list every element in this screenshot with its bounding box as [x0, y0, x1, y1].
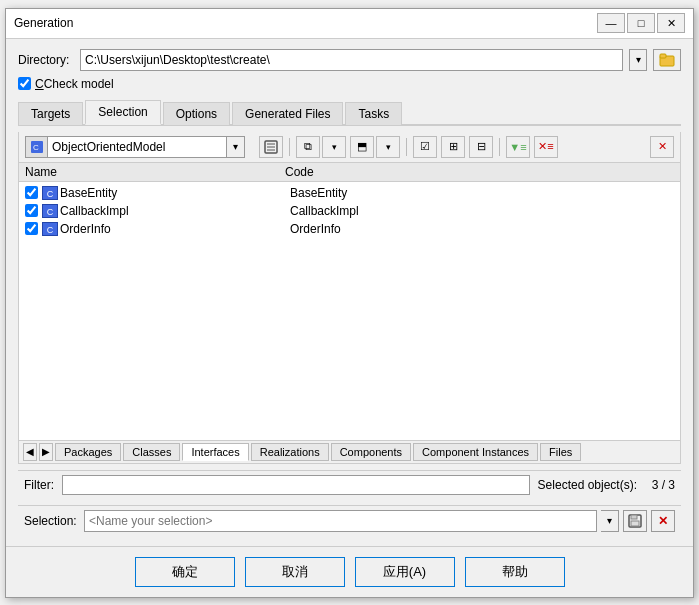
tab-targets[interactable]: Targets: [18, 102, 83, 125]
item-name-1: CallbackImpl: [60, 204, 290, 218]
window-body: Directory: ▾ CCheck model Targets Select…: [6, 39, 693, 546]
selection-row: Selection: ▾ ✕: [18, 505, 681, 536]
tab-tasks[interactable]: Tasks: [345, 102, 402, 125]
filter-input[interactable]: [62, 475, 530, 495]
maximize-button[interactable]: □: [627, 13, 655, 33]
bottom-buttons: 确定 取消 应用(A) 帮助: [6, 546, 693, 597]
item-checkbox-1[interactable]: [25, 204, 38, 217]
toolbar-right-action[interactable]: ✕: [650, 136, 674, 158]
bottom-tab-classes[interactable]: Classes: [123, 443, 180, 461]
list-items: C BaseEntity BaseEntity C CallbackImpl C…: [19, 182, 680, 440]
close-button[interactable]: ✕: [657, 13, 685, 33]
model-select-dropdown[interactable]: ▾: [227, 136, 245, 158]
bottom-tab-component-instances[interactable]: Component Instances: [413, 443, 538, 461]
bottom-tab-files[interactable]: Files: [540, 443, 581, 461]
item-checkbox-0[interactable]: [25, 186, 38, 199]
selection-label: Selection:: [24, 514, 80, 528]
toolbar-group-copy: ⧉ ▾: [296, 136, 346, 158]
svg-text:C: C: [33, 143, 39, 152]
toolbar-sep-1: [289, 138, 290, 156]
bottom-tab-components[interactable]: Components: [331, 443, 411, 461]
toolbar-copy-button[interactable]: ⧉: [296, 136, 320, 158]
toolbar-collapse[interactable]: ⊟: [469, 136, 493, 158]
model-toolbar: C ▾ ⧉: [19, 132, 680, 163]
filter-row: Filter: Selected object(s): 3 / 3: [18, 470, 681, 499]
class-icon-2: C: [42, 222, 58, 236]
selection-save-button[interactable]: [623, 510, 647, 532]
check-model-label: CCheck model: [35, 77, 114, 91]
title-bar: Generation — □ ✕: [6, 9, 693, 39]
item-name-0: BaseEntity: [60, 186, 290, 200]
help-button[interactable]: 帮助: [465, 557, 565, 587]
item-code-2: OrderInfo: [290, 222, 674, 236]
directory-input[interactable]: [80, 49, 623, 71]
tab-generated-files[interactable]: Generated Files: [232, 102, 343, 125]
item-code-0: BaseEntity: [290, 186, 674, 200]
generation-dialog: Generation — □ ✕ Directory: ▾ CCheck mod…: [5, 8, 694, 598]
toolbar-sep-3: [499, 138, 500, 156]
selected-count: 3 / 3: [645, 478, 675, 492]
directory-dropdown-arrow[interactable]: ▾: [629, 49, 647, 71]
model-icon: C: [25, 136, 47, 158]
toolbar-expand[interactable]: ⊞: [441, 136, 465, 158]
svg-rect-10: [631, 521, 639, 526]
list-header-code: Code: [285, 165, 674, 179]
toolbar-group-paste: ⬒ ▾: [350, 136, 400, 158]
bottom-tabs-bar: ◀ ▶ Packages Classes Interfaces Realizat…: [19, 440, 680, 463]
model-select-wrap: C ▾: [25, 136, 245, 158]
list-header-name: Name: [25, 165, 285, 179]
class-icon-1: C: [42, 204, 58, 218]
toolbar-filter[interactable]: ▼≡: [506, 136, 530, 158]
toolbar-uncheck[interactable]: ✕≡: [534, 136, 558, 158]
bottom-tab-realizations[interactable]: Realizations: [251, 443, 329, 461]
class-icon-0: C: [42, 186, 58, 200]
item-name-2: OrderInfo: [60, 222, 290, 236]
check-model-checkbox[interactable]: [18, 77, 31, 90]
toolbar-dropdown-btn[interactable]: ▾: [322, 136, 346, 158]
check-model-row: CCheck model: [18, 77, 681, 91]
filter-label: Filter:: [24, 478, 54, 492]
tab-selection[interactable]: Selection: [85, 100, 160, 125]
list-header: Name Code: [19, 163, 680, 182]
list-item[interactable]: C CallbackImpl CallbackImpl: [19, 202, 680, 220]
selected-label: Selected object(s):: [538, 478, 637, 492]
toolbar-btn-properties[interactable]: [259, 136, 283, 158]
svg-rect-9: [631, 515, 637, 519]
selection-delete-button[interactable]: ✕: [651, 510, 675, 532]
nav-right-arrow[interactable]: ▶: [39, 443, 53, 461]
directory-browse-button[interactable]: [653, 49, 681, 71]
model-select-input[interactable]: [47, 136, 227, 158]
directory-label: Directory:: [18, 53, 74, 67]
directory-row: Directory: ▾: [18, 49, 681, 71]
item-code-1: CallbackImpl: [290, 204, 674, 218]
minimize-button[interactable]: —: [597, 13, 625, 33]
list-item[interactable]: C BaseEntity BaseEntity: [19, 184, 680, 202]
bottom-tab-packages[interactable]: Packages: [55, 443, 121, 461]
toolbar-paste-dropdown[interactable]: ▾: [376, 136, 400, 158]
nav-left-arrow[interactable]: ◀: [23, 443, 37, 461]
tab-content: C ▾ ⧉: [18, 132, 681, 464]
svg-rect-1: [660, 54, 666, 58]
toolbar-check-all[interactable]: ☑: [413, 136, 437, 158]
toolbar-sep-2: [406, 138, 407, 156]
tab-options[interactable]: Options: [163, 102, 230, 125]
folder-icon: [659, 52, 675, 68]
cancel-button[interactable]: 取消: [245, 557, 345, 587]
list-item[interactable]: C OrderInfo OrderInfo: [19, 220, 680, 238]
selection-name-input[interactable]: [84, 510, 597, 532]
ok-button[interactable]: 确定: [135, 557, 235, 587]
window-controls: — □ ✕: [597, 13, 685, 33]
selection-dropdown-arrow[interactable]: ▾: [601, 510, 619, 532]
toolbar-paste-button[interactable]: ⬒: [350, 136, 374, 158]
item-checkbox-2[interactable]: [25, 222, 38, 235]
bottom-tab-interfaces[interactable]: Interfaces: [182, 443, 248, 461]
window-title: Generation: [14, 16, 597, 30]
apply-button[interactable]: 应用(A): [355, 557, 455, 587]
tabs-bar: Targets Selection Options Generated File…: [18, 99, 681, 126]
